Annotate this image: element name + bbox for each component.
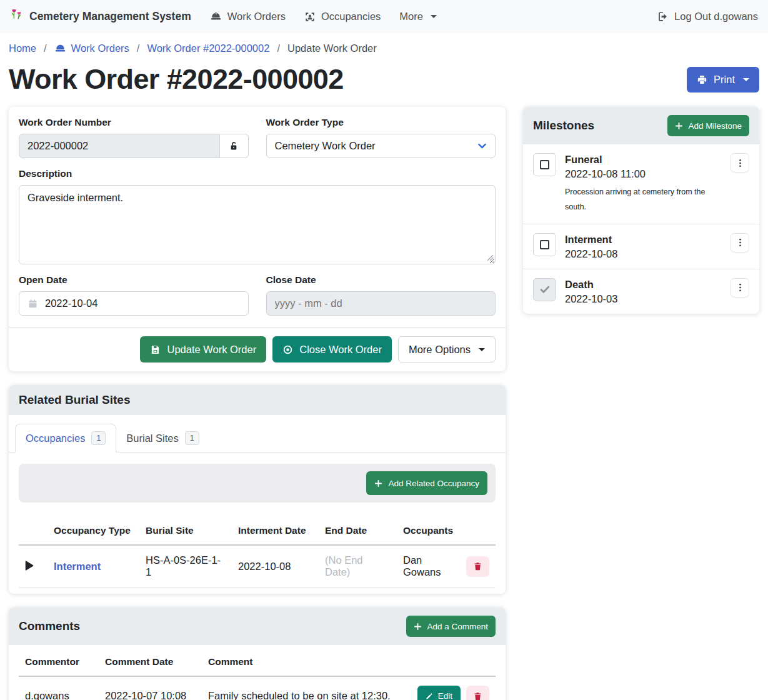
add-milestone-label: Add Milestone <box>688 121 742 131</box>
top-navbar: Cemetery Management System Work Orders <box>0 0 768 33</box>
close-date-field: Close Date <box>266 274 496 316</box>
related-burial-sites-card: Related Burial Sites Occupancies 1 Buria… <box>9 385 506 594</box>
work-order-form-card: Work Order Number <box>9 107 506 371</box>
end-date-cell: (No End Date) <box>319 545 397 588</box>
page-title: Work Order #2022-000002 <box>9 63 344 96</box>
breadcrumb-separator: / <box>44 42 47 54</box>
logout-button[interactable]: Log Out d.gowans <box>657 11 758 22</box>
open-date-field: Open Date 2022-10-04 <box>19 274 249 316</box>
occupancies-toolbar: Add Related Occupancy <box>19 464 496 502</box>
unlock-icon <box>228 141 239 152</box>
close-date-input[interactable] <box>266 291 496 316</box>
comments-table: Commentor Comment Date Comment d.gowans … <box>19 649 496 700</box>
plus-icon <box>675 122 683 130</box>
trash-icon <box>473 561 482 571</box>
checkbox-unchecked-icon <box>540 160 549 169</box>
add-comment-label: Add a Comment <box>427 622 488 631</box>
plus-icon <box>414 622 422 631</box>
breadcrumb-separator: / <box>137 42 140 54</box>
kebab-icon <box>739 238 742 247</box>
add-related-occupancy-button[interactable]: Add Related Occupancy <box>366 471 487 495</box>
milestone-checkbox[interactable] <box>533 233 556 256</box>
print-button[interactable]: Print <box>687 67 759 92</box>
unlock-button[interactable] <box>220 134 249 158</box>
occupancies-count-badge: 1 <box>91 431 106 445</box>
hard-hat-icon <box>54 42 66 54</box>
breadcrumb-work-order-number[interactable]: Work Order #2022-000002 <box>147 42 269 54</box>
work-order-number-label: Work Order Number <box>19 117 249 128</box>
description-textarea[interactable]: Graveside interment. <box>19 185 496 264</box>
caret-down-icon <box>479 348 485 351</box>
print-label: Print <box>714 74 735 86</box>
chevron-down-icon <box>477 141 487 151</box>
burial-site-cell: HS-A-0S-26E-1-1 <box>139 545 232 588</box>
expand-row-button[interactable] <box>25 559 34 572</box>
milestone-title: Funeral <box>565 154 722 166</box>
milestone-checkbox[interactable] <box>533 278 556 301</box>
milestone-item: Funeral 2022-10-08 11:00 Procession arri… <box>523 144 759 224</box>
breadcrumb-current: Update Work Order <box>287 42 377 54</box>
close-label: Close Work Order <box>299 344 382 356</box>
portrait-frame-icon <box>304 11 316 22</box>
milestone-description: Procession arriving at cemetery from the… <box>565 185 715 215</box>
caret-down-icon <box>431 15 437 18</box>
breadcrumb-work-orders[interactable]: Work Orders <box>54 42 129 54</box>
column-header: End Date <box>319 518 397 545</box>
comment-cell: Family scheduled to be on site at 12:30. <box>202 676 411 700</box>
nav-item-label: Work Orders <box>227 11 286 22</box>
milestone-checkbox[interactable] <box>533 153 556 176</box>
delete-comment-button[interactable] <box>466 686 489 700</box>
comments-card: Comments Add a Comment Commentor Comment… <box>9 608 506 700</box>
nav-item-label: More <box>399 11 423 22</box>
occupancy-type-link[interactable]: Interment <box>54 561 101 572</box>
close-work-order-button[interactable]: Close Work Order <box>272 336 392 362</box>
logout-label: Log Out d.gowans <box>674 11 758 22</box>
milestone-item: Death 2022-10-03 <box>523 269 759 314</box>
tab-occupancies[interactable]: Occupancies 1 <box>15 424 116 452</box>
update-work-order-button[interactable]: Update Work Order <box>140 336 266 362</box>
column-header: Interment Date <box>232 518 319 545</box>
comments-title: Comments <box>19 619 80 633</box>
save-icon <box>150 344 161 355</box>
circle-stop-icon <box>282 344 293 355</box>
description-label: Description <box>19 168 496 179</box>
delete-occupancy-button[interactable] <box>466 556 489 577</box>
nav-item-more[interactable]: More <box>399 11 437 22</box>
add-milestone-button[interactable]: Add Milestone <box>667 115 749 136</box>
milestone-menu-button[interactable] <box>731 278 749 298</box>
calendar-icon <box>27 298 38 309</box>
milestone-menu-button[interactable] <box>731 233 749 252</box>
plus-icon <box>374 479 382 488</box>
breadcrumb: Home / Work Orders / Work Order #2022-00… <box>0 33 768 62</box>
pencil-icon <box>426 692 433 700</box>
breadcrumb-separator: / <box>277 42 280 54</box>
open-date-input[interactable]: 2022-10-04 <box>19 291 249 316</box>
column-header: Comment Date <box>99 649 202 676</box>
column-header: Burial Site <box>139 518 232 545</box>
milestones-card: Milestones Add Milestone Funeral 2022-10… <box>523 107 759 314</box>
milestone-date: 2022-10-08 11:00 <box>565 168 722 180</box>
milestone-item: Interment 2022-10-08 <box>523 224 759 269</box>
tab-burial-sites[interactable]: Burial Sites 1 <box>116 424 209 452</box>
tulip-logo-icon <box>10 8 24 25</box>
more-options-label: More Options <box>409 344 471 356</box>
printer-icon <box>697 74 707 85</box>
nav-item-occupancies[interactable]: Occupancies <box>304 11 381 22</box>
nav-item-work-orders[interactable]: Work Orders <box>210 11 286 22</box>
work-order-type-label: Work Order Type <box>266 117 496 128</box>
comment-row: d.gowans 2022-10-07 10:08 Family schedul… <box>19 676 496 700</box>
edit-comment-button[interactable]: Edit <box>417 686 461 700</box>
milestone-menu-button[interactable] <box>731 153 749 172</box>
breadcrumb-home[interactable]: Home <box>9 42 36 54</box>
work-order-type-select[interactable]: Cemetery Work Order <box>266 134 496 158</box>
open-date-label: Open Date <box>19 274 249 286</box>
work-order-number-input[interactable] <box>19 134 220 158</box>
play-icon <box>25 561 34 571</box>
occupancy-row: Interment HS-A-0S-26E-1-1 2022-10-08 (No… <box>19 545 496 588</box>
add-comment-button[interactable]: Add a Comment <box>406 616 496 637</box>
comment-date-cell: 2022-10-07 10:08 <box>99 676 202 700</box>
app-brand[interactable]: Cemetery Management System <box>10 8 191 25</box>
check-icon <box>539 284 551 295</box>
more-options-button[interactable]: More Options <box>398 336 496 362</box>
milestone-date: 2022-10-08 <box>565 248 722 260</box>
